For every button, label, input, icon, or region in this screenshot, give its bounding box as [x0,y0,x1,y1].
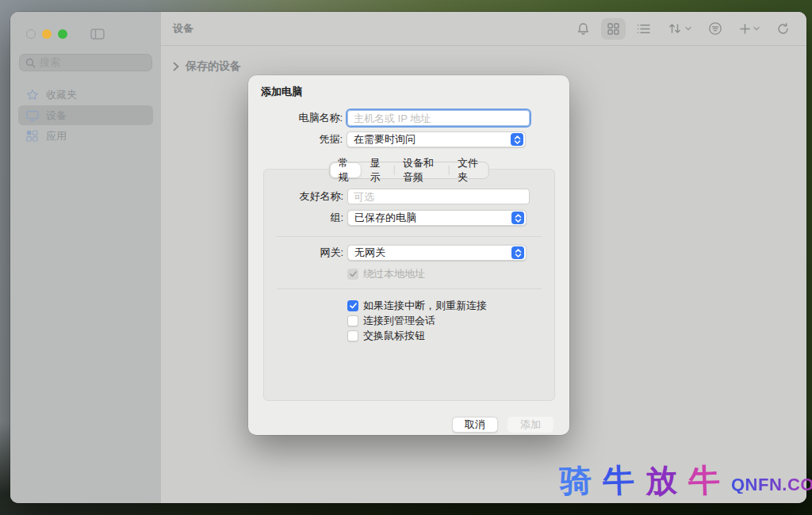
tab-devices-audio[interactable]: 设备和音频 [394,162,448,178]
sidebar-item-apps[interactable]: 应用 [18,126,153,146]
general-tab-panel: 友好名称: 组: 已保存的电脑 网关: 无网关 [263,169,555,401]
sort-icon [668,22,683,35]
minimize-button[interactable] [42,29,52,39]
display-icon [25,110,39,121]
watermark-domain: QNFN.COM [731,476,812,494]
gateway-value: 无网关 [354,246,385,260]
sidebar-icon [90,29,105,40]
gateway-label: 网关: [264,245,343,261]
pc-name-input[interactable] [347,110,530,126]
toolbar: 设备 [161,12,806,46]
desktop-wallpaper: 搜索 收藏夹 设备 [0,0,812,515]
notifications-button[interactable] [571,18,596,40]
checkbox-box [347,330,358,341]
checkbox-bypass-local[interactable]: 绕过本地地址 [347,267,425,281]
checkbox-label: 连接到管理会话 [363,314,435,328]
check-icon [347,300,358,311]
list-view-icon [637,23,651,35]
sidebar-toggle-button[interactable] [87,25,108,43]
bell-icon [576,22,590,36]
tab-general[interactable]: 常规 [330,163,361,177]
group-select[interactable]: 已保存的电脑 [347,210,527,226]
friendly-name-input[interactable] [347,189,530,204]
sidebar-item-devices[interactable]: 设备 [18,105,153,125]
sidebar-item-favorites[interactable]: 收藏夹 [18,85,153,105]
stepper-icon [511,246,524,259]
checkbox-label: 绕过本地地址 [363,267,425,281]
chevron-down-icon [753,26,760,31]
checkbox-label: 如果连接中断，则重新连接 [363,299,487,313]
sidebar-nav: 收藏夹 设备 [10,85,161,146]
credentials-select[interactable]: 在需要时询问 [347,132,526,147]
watermark-char: 牛 [602,464,634,496]
grid-view-icon [607,22,620,36]
refresh-icon [776,22,790,36]
close-button[interactable] [26,29,36,39]
checkbox-box [347,315,358,326]
sort-button[interactable] [662,18,697,39]
search-icon [25,58,36,68]
watermark: 骑 牛 放 牛 QNFN.COM [560,464,812,496]
stepper-icon [511,212,524,224]
checkbox-swap-mouse[interactable]: 交换鼠标按钮 [347,329,425,343]
watermark-char: 牛 [688,464,720,496]
chevron-right-icon [173,62,179,71]
list-view-button[interactable] [631,19,657,39]
checkbox-admin-session[interactable]: 连接到管理会话 [347,314,435,328]
add-button[interactable]: 添加 [508,417,553,433]
tab-display[interactable]: 显示 [362,162,394,178]
checkbox-reconnect[interactable]: 如果连接中断，则重新连接 [347,299,487,313]
cancel-button[interactable]: 取消 [452,417,498,433]
sidebar: 搜索 收藏夹 设备 [10,12,161,503]
zoom-button[interactable] [58,29,67,39]
pc-name-label: 电脑名称: [248,110,343,126]
page-title: 设备 [173,21,193,36]
friendly-name-label: 友好名称: [264,189,343,204]
sidebar-item-label: 应用 [46,129,67,143]
saved-devices-section-header[interactable]: 保存的设备 [161,46,806,74]
star-icon [25,89,39,101]
divider [277,236,542,237]
search-input[interactable]: 搜索 [19,54,152,71]
search-placeholder: 搜索 [40,55,60,70]
group-label: 组: [264,210,343,226]
group-value: 已保存的电脑 [354,211,416,225]
plus-icon [739,23,751,35]
add-device-button[interactable] [733,19,765,39]
dialog-title: 添加电脑 [261,85,302,99]
watermark-char: 放 [645,464,677,496]
dialog-tab-bar: 常规 显示 设备和音频 文件夹 [328,162,489,179]
refresh-button[interactable] [771,18,795,40]
credentials-label: 凭据: [248,132,343,147]
checkbox-label: 交换鼠标按钮 [363,329,425,343]
grid-view-button[interactable] [601,18,626,40]
window-controls [10,12,161,43]
filter-button[interactable] [703,17,728,40]
gateway-select[interactable]: 无网关 [347,245,527,261]
check-icon [347,269,358,280]
credentials-value: 在需要时询问 [354,132,416,147]
add-pc-dialog: 添加电脑 电脑名称: 凭据: 在需要时询问 常规 显示 设备和音频 文件夹 友好… [248,75,569,435]
stepper-icon [511,133,523,146]
sidebar-item-label: 收藏夹 [46,88,77,102]
sidebar-item-label: 设备 [46,109,67,123]
divider [277,288,542,289]
filter-icon [708,21,722,36]
chevron-down-icon [685,26,691,31]
app-grid-icon [25,130,39,142]
tab-folders[interactable]: 文件夹 [449,162,488,178]
section-header-label: 保存的设备 [186,59,241,74]
watermark-char: 骑 [559,464,592,496]
